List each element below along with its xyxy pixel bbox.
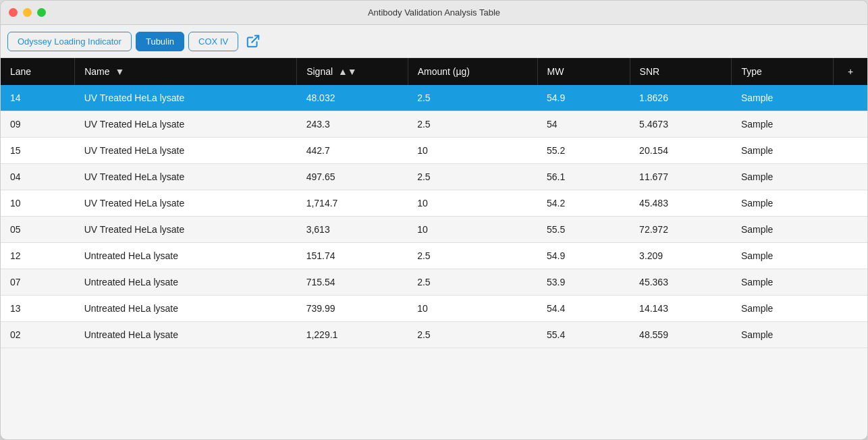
table-row[interactable]: 09UV Treated HeLa lysate243.32.5545.4673… xyxy=(1,111,867,138)
cell-signal: 1,714.7 xyxy=(297,190,408,217)
cell-signal: 3,613 xyxy=(297,217,408,243)
cell-signal: 243.3 xyxy=(297,111,408,138)
cell-type: Sample xyxy=(732,243,834,269)
close-button[interactable] xyxy=(9,8,18,17)
table-row[interactable]: 04UV Treated HeLa lysate497.652.556.111.… xyxy=(1,164,867,190)
cell-action xyxy=(834,269,867,296)
main-window: Antibody Validation Analysis Table Odyss… xyxy=(0,0,868,440)
cell-type: Sample xyxy=(732,269,834,296)
cell-name: UV Treated HeLa lysate xyxy=(75,111,297,138)
cell-mw: 55.4 xyxy=(537,322,630,348)
export-button[interactable] xyxy=(242,30,264,52)
col-header-amount[interactable]: Amount (µg) xyxy=(408,58,537,85)
cell-mw: 54 xyxy=(537,111,630,138)
tab-bar: Odyssey Loading Indicator Tubulin COX IV xyxy=(1,25,867,58)
cell-name: UV Treated HeLa lysate xyxy=(75,164,297,190)
cell-type: Sample xyxy=(732,85,834,111)
tab-coxiv[interactable]: COX IV xyxy=(188,32,238,51)
col-header-mw[interactable]: MW xyxy=(537,58,630,85)
cell-lane: 09 xyxy=(1,111,75,138)
cell-snr: 20.154 xyxy=(630,138,732,164)
cell-type: Sample xyxy=(732,322,834,348)
add-col-icon: + xyxy=(848,66,853,77)
cell-signal: 442.7 xyxy=(297,138,408,164)
col-header-type[interactable]: Type xyxy=(732,58,834,85)
table-row[interactable]: 10UV Treated HeLa lysate1,714.71054.245.… xyxy=(1,190,867,217)
cell-name: UV Treated HeLa lysate xyxy=(75,217,297,243)
col-header-add[interactable]: + xyxy=(834,58,867,85)
cell-snr: 14.143 xyxy=(630,296,732,322)
cell-type: Sample xyxy=(732,296,834,322)
cell-name: UV Treated HeLa lysate xyxy=(75,85,297,111)
table-row[interactable]: 07Untreated HeLa lysate715.542.553.945.3… xyxy=(1,269,867,296)
cell-name: UV Treated HeLa lysate xyxy=(75,138,297,164)
table-row[interactable]: 05UV Treated HeLa lysate3,6131055.572.97… xyxy=(1,217,867,243)
cell-action xyxy=(834,243,867,269)
cell-name: Untreated HeLa lysate xyxy=(75,269,297,296)
table-header-row: Lane Name ▼ Signal ▲▼ Amount (µg) xyxy=(1,58,867,85)
cell-lane: 13 xyxy=(1,296,75,322)
cell-amount: 2.5 xyxy=(408,85,537,111)
cell-type: Sample xyxy=(732,111,834,138)
cell-mw: 55.2 xyxy=(537,138,630,164)
col-header-name[interactable]: Name ▼ xyxy=(75,58,297,85)
cell-signal: 739.99 xyxy=(297,296,408,322)
table-scroll[interactable]: Lane Name ▼ Signal ▲▼ Amount (µg) xyxy=(1,58,867,439)
cell-amount: 2.5 xyxy=(408,322,537,348)
window-title: Antibody Validation Analysis Table xyxy=(368,7,500,18)
cell-lane: 04 xyxy=(1,164,75,190)
cell-mw: 55.5 xyxy=(537,217,630,243)
cell-signal: 1,229.1 xyxy=(297,322,408,348)
cell-snr: 3.209 xyxy=(630,243,732,269)
name-sort-icon: ▼ xyxy=(115,66,124,77)
cell-amount: 2.5 xyxy=(408,269,537,296)
cell-signal: 497.65 xyxy=(297,164,408,190)
col-header-signal[interactable]: Signal ▲▼ xyxy=(297,58,408,85)
cell-mw: 54.9 xyxy=(537,243,630,269)
cell-action xyxy=(834,111,867,138)
window-controls xyxy=(9,8,46,17)
cell-mw: 53.9 xyxy=(537,269,630,296)
cell-lane: 10 xyxy=(1,190,75,217)
cell-type: Sample xyxy=(732,138,834,164)
cell-snr: 45.363 xyxy=(630,269,732,296)
cell-amount: 10 xyxy=(408,217,537,243)
minimize-button[interactable] xyxy=(23,8,32,17)
cell-action xyxy=(834,85,867,111)
cell-snr: 48.559 xyxy=(630,322,732,348)
table-body: 14UV Treated HeLa lysate48.0322.554.91.8… xyxy=(1,85,867,348)
table-row[interactable]: 12Untreated HeLa lysate151.742.554.93.20… xyxy=(1,243,867,269)
table-container: Lane Name ▼ Signal ▲▼ Amount (µg) xyxy=(1,58,867,439)
cell-mw: 54.2 xyxy=(537,190,630,217)
tab-tubulin[interactable]: Tubulin xyxy=(136,32,184,51)
table-row[interactable]: 02Untreated HeLa lysate1,229.12.555.448.… xyxy=(1,322,867,348)
cell-name: UV Treated HeLa lysate xyxy=(75,190,297,217)
cell-signal: 48.032 xyxy=(297,85,408,111)
cell-lane: 15 xyxy=(1,138,75,164)
cell-amount: 10 xyxy=(408,190,537,217)
cell-lane: 02 xyxy=(1,322,75,348)
cell-name: Untreated HeLa lysate xyxy=(75,322,297,348)
title-bar: Antibody Validation Analysis Table xyxy=(1,1,867,25)
cell-action xyxy=(834,190,867,217)
tab-odyssey[interactable]: Odyssey Loading Indicator xyxy=(7,32,132,51)
cell-snr: 72.972 xyxy=(630,217,732,243)
cell-action xyxy=(834,164,867,190)
table-row[interactable]: 13Untreated HeLa lysate739.991054.414.14… xyxy=(1,296,867,322)
cell-signal: 715.54 xyxy=(297,269,408,296)
cell-snr: 11.677 xyxy=(630,164,732,190)
col-header-lane[interactable]: Lane xyxy=(1,58,75,85)
signal-sort-icon: ▲▼ xyxy=(338,66,357,77)
cell-lane: 05 xyxy=(1,217,75,243)
cell-type: Sample xyxy=(732,164,834,190)
cell-name: Untreated HeLa lysate xyxy=(75,243,297,269)
cell-mw: 54.4 xyxy=(537,296,630,322)
cell-type: Sample xyxy=(732,217,834,243)
cell-name: Untreated HeLa lysate xyxy=(75,296,297,322)
cell-action xyxy=(834,138,867,164)
table-row[interactable]: 14UV Treated HeLa lysate48.0322.554.91.8… xyxy=(1,85,867,111)
maximize-button[interactable] xyxy=(37,8,46,17)
table-row[interactable]: 15UV Treated HeLa lysate442.71055.220.15… xyxy=(1,138,867,164)
cell-action xyxy=(834,296,867,322)
col-header-snr[interactable]: SNR xyxy=(630,58,732,85)
